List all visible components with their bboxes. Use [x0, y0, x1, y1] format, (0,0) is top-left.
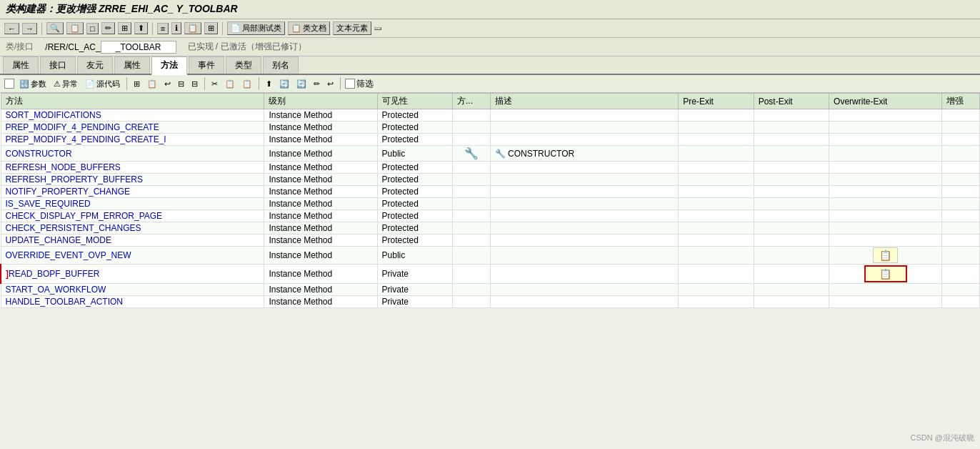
method-flag — [453, 134, 491, 146]
table-row[interactable]: OVERRIDE_EVENT_OVP_NEWInstance MethodPub… — [1, 247, 980, 265]
edit-icon: ✏ — [314, 79, 320, 89]
method-name-link[interactable]: PREP_MODIFY_4_PENDING_CREATE_I — [6, 134, 166, 144]
table-row[interactable]: NOTIFY_PROPERTY_CHANGEInstance MethodPro… — [1, 186, 980, 198]
table-row[interactable]: UPDATE_CHANGE_MODEInstance MethodProtect… — [1, 235, 980, 247]
method-name-link[interactable]: PREP_MODIFY_4_PENDING_CREATE — [6, 122, 159, 132]
method-overwrite-exit: 📋 — [829, 265, 942, 284]
title-bar: 类构建器：更改增强 ZRRE_EHI_AC_ Y_TOOLBAR — [0, 0, 980, 19]
source-code-button[interactable]: 📄 源代码 — [83, 78, 122, 90]
method-level: Instance Method — [264, 235, 377, 247]
upload-button[interactable]: ⬆ — [134, 22, 148, 34]
tab-attributes2[interactable]: 属性 — [114, 56, 150, 74]
method-overwrite-exit — [829, 162, 942, 174]
tab-aliases[interactable]: 别名 — [263, 56, 299, 74]
tb-undo2[interactable]: ↩ — [325, 79, 336, 89]
menu-button[interactable]: ≡ — [157, 23, 169, 34]
overwrite-icon-box[interactable]: 📋 — [873, 247, 898, 263]
col-pre-exit: Pre-Exit — [679, 94, 754, 109]
table-row[interactable]: START_OA_WORKFLOWInstance MethodPrivate — [1, 284, 980, 296]
table-row[interactable]: REFRESH_NODE_BUFFERSInstance MethodProte… — [1, 162, 980, 174]
find-button[interactable]: 🔍 — [46, 22, 64, 34]
edit-button[interactable]: ✏ — [101, 22, 115, 34]
title-suffix: Y_TOOLBAR — [176, 3, 238, 14]
method-name-link[interactable]: OVERRIDE_EVENT_OVP_NEW — [6, 250, 131, 260]
method-name-link[interactable]: HANDLE_TOOLBAR_ACTION — [6, 297, 124, 307]
method-name-link[interactable]: REFRESH_NODE_BUFFERS — [6, 162, 121, 172]
table-row[interactable]: REFRESH_PROPERTY_BUFFERSInstance MethodP… — [1, 174, 980, 186]
local-test-button[interactable]: 📋 类文档 — [288, 21, 330, 35]
method-name-link[interactable]: REFRESH_PROPERTY_BUFFERS — [6, 174, 144, 184]
method-name-link[interactable]: READ_BOPF_BUFFER — [9, 269, 99, 279]
source-icon: 📄 — [85, 79, 95, 89]
method-name-link[interactable]: UPDATE_CHANGE_MODE — [6, 235, 111, 245]
method-enhance — [942, 109, 980, 122]
col-desc: 描述 — [490, 94, 679, 109]
clipboard2-button[interactable]: 📋 — [184, 22, 201, 34]
text-elem-button[interactable] — [374, 27, 381, 30]
tb-undo1[interactable]: ↩ — [162, 79, 173, 89]
forward-button[interactable]: → — [22, 23, 37, 34]
clipboard-button[interactable]: 📋 — [66, 22, 84, 34]
method-desc — [490, 122, 679, 134]
local-test-label: 类文档 — [303, 23, 326, 34]
method-desc — [490, 198, 679, 210]
sep4 — [126, 77, 127, 90]
tb-copy2[interactable]: 📋 — [223, 79, 237, 89]
tab-attributes[interactable]: 属性 — [3, 56, 39, 74]
method-desc — [490, 222, 679, 235]
desc-icon: 🔧 — [495, 149, 506, 159]
local-def-button[interactable]: 📄 局部测试类 — [227, 21, 285, 35]
method-overwrite-exit — [829, 210, 942, 222]
tb-up[interactable]: ⬆ — [264, 79, 274, 89]
table-row[interactable]: ]READ_BOPF_BUFFERInstance MethodPrivate📋 — [1, 265, 980, 284]
grid-icon: ⊞ — [134, 79, 140, 89]
method-name-link[interactable]: NOTIFY_PROPERTY_CHANGE — [6, 187, 130, 197]
grid-button[interactable]: ⊞ — [118, 22, 131, 34]
method-pre-exit — [679, 146, 754, 162]
tab-interface[interactable]: 接口 — [40, 56, 76, 74]
table-row[interactable]: CONSTRUCTORInstance MethodPublic🔧🔧 CONST… — [1, 146, 980, 162]
tab-types[interactable]: 类型 — [226, 56, 261, 74]
class-doc-button[interactable]: 文本元素 — [333, 21, 371, 35]
tb-cut[interactable]: ✂ — [209, 79, 220, 89]
tb-refresh2[interactable]: 🔄 — [294, 79, 309, 89]
methods-toolbar: 🔣 参数 ⚠ 异常 📄 源代码 ⊞ 📋 ↩ ⊟ ⊟ ✂ 📋 📋 ⬆ 🔄 🔄 ✏ … — [0, 75, 980, 93]
tab-friends[interactable]: 友元 — [77, 56, 113, 74]
table-row[interactable]: IS_SAVE_REQUIREDInstance MethodProtected — [1, 198, 980, 210]
method-name-link[interactable]: CHECK_PERSISTENT_CHANGES — [6, 223, 141, 233]
method-name-link[interactable]: START_OA_WORKFLOW — [6, 285, 106, 295]
grid2-button[interactable]: ⊞ — [204, 22, 218, 34]
table-row[interactable]: PREP_MODIFY_4_PENDING_CREATE_IInstance M… — [1, 134, 980, 146]
method-name-link[interactable]: IS_SAVE_REQUIRED — [6, 199, 91, 209]
table-row[interactable]: HANDLE_TOOLBAR_ACTIONInstance MethodPriv… — [1, 296, 980, 308]
tb-block2[interactable]: ⊟ — [189, 79, 200, 89]
method-name-link[interactable]: SORT_MODIFICATIONS — [6, 110, 101, 120]
new-button[interactable]: □ — [86, 23, 99, 34]
info-button[interactable]: ℹ — [171, 22, 181, 34]
method-pre-exit — [679, 198, 754, 210]
tb-copy1[interactable]: 📋 — [145, 79, 159, 89]
select-checkbox[interactable] — [4, 79, 14, 89]
method-name-link[interactable]: CHECK_DISPLAY_FPM_ERROR_PAGE — [6, 211, 163, 221]
tb-refresh1[interactable]: 🔄 — [277, 79, 291, 89]
tab-events[interactable]: 事件 — [189, 56, 224, 74]
back-button[interactable]: ← — [4, 23, 19, 34]
method-enhance — [942, 146, 980, 162]
method-name-link[interactable]: CONSTRUCTOR — [6, 149, 72, 159]
table-row[interactable]: PREP_MODIFY_4_PENDING_CREATEInstance Met… — [1, 122, 980, 134]
tb-grid[interactable]: ⊞ — [131, 79, 142, 89]
tb-paste[interactable]: 📋 — [240, 79, 254, 89]
sep1 — [41, 22, 42, 35]
tab-methods[interactable]: 方法 — [151, 56, 187, 75]
filter-check-icon[interactable] — [345, 79, 355, 89]
tb-edit[interactable]: ✏ — [311, 79, 322, 89]
table-row[interactable]: CHECK_PERSISTENT_CHANGESInstance MethodP… — [1, 222, 980, 235]
table-row[interactable]: CHECK_DISPLAY_FPM_ERROR_PAGEInstance Met… — [1, 210, 980, 222]
exceptions-button[interactable]: ⚠ 异常 — [51, 78, 80, 90]
params-button[interactable]: 🔣 参数 — [17, 78, 49, 90]
table-row[interactable]: SORT_MODIFICATIONSInstance MethodProtect… — [1, 109, 980, 122]
tb-block1[interactable]: ⊟ — [176, 79, 186, 89]
class-input[interactable]: _TOOLBAR — [101, 41, 176, 54]
filter-checkbox[interactable]: 筛选 — [345, 78, 374, 90]
overwrite-icon-highlighted-box[interactable]: 📋 — [864, 265, 907, 282]
